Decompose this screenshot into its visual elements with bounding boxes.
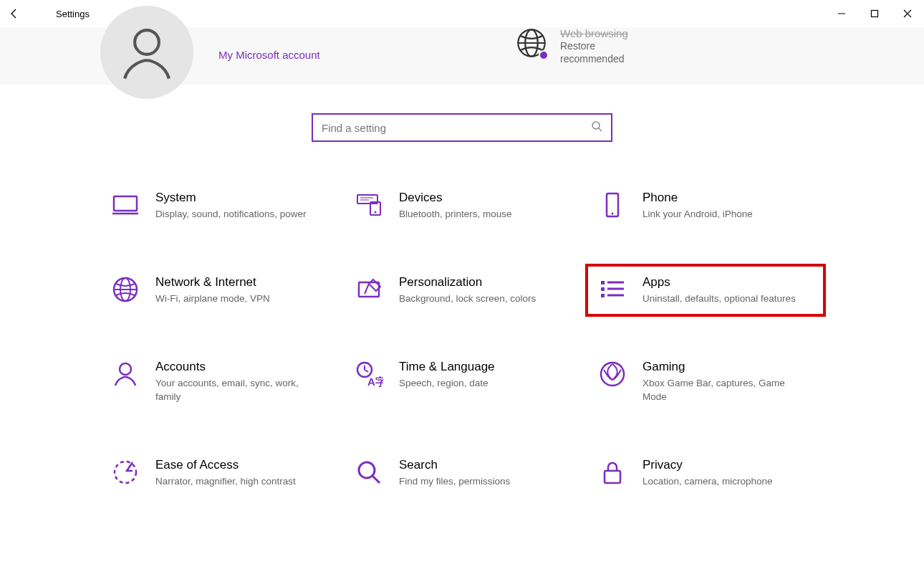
back-button[interactable] (0, 8, 29, 19)
svg-point-33 (601, 363, 624, 386)
web-browsing-sub1: Restore (560, 39, 628, 52)
svg-line-31 (365, 370, 368, 372)
tile-search[interactable]: Search Find my files, permissions (347, 452, 577, 494)
minimize-button[interactable] (825, 2, 858, 25)
svg-point-16 (612, 213, 614, 215)
ease-of-access-icon (111, 458, 140, 487)
tile-desc: Find my files, permissions (399, 475, 510, 488)
status-dot-icon (539, 50, 549, 60)
svg-point-6 (592, 122, 600, 129)
svg-line-21 (365, 284, 369, 294)
tile-title: Time & Language (399, 360, 495, 374)
svg-rect-1 (872, 11, 878, 17)
web-browsing-sub2: recommended (560, 52, 628, 65)
svg-line-7 (599, 128, 602, 131)
account-header: My Microsoft account Web browsing Restor… (0, 27, 924, 85)
svg-point-34 (115, 462, 136, 483)
tile-title: Gaming (643, 360, 807, 374)
tile-title: Search (399, 458, 510, 472)
tile-apps[interactable]: Apps Uninstall, defaults, optional featu… (591, 269, 820, 311)
svg-point-12 (375, 211, 377, 214)
tile-desc: Xbox Game Bar, captures, Game Mode (643, 377, 807, 403)
tile-desc: Bluetooth, printers, mouse (399, 208, 512, 221)
svg-text:A字: A字 (367, 376, 383, 388)
svg-point-28 (120, 363, 131, 375)
globe-icon (516, 27, 547, 59)
tile-privacy[interactable]: Privacy Location, camera, microphone (591, 452, 820, 494)
settings-grid: System Display, sound, notifications, po… (104, 185, 820, 494)
privacy-icon (598, 458, 627, 487)
svg-line-36 (372, 476, 380, 483)
tile-desc: Display, sound, notifications, power (155, 208, 307, 221)
phone-icon (598, 191, 627, 219)
svg-rect-26 (601, 294, 605, 297)
tile-network[interactable]: Network & Internet Wi-Fi, airplane mode,… (104, 269, 333, 311)
apps-icon (598, 275, 627, 304)
svg-point-2 (135, 30, 159, 54)
tile-phone[interactable]: Phone Link your Android, iPhone (591, 185, 820, 226)
web-browsing-card[interactable]: Web browsing Restore recommended (516, 27, 628, 65)
search-input[interactable] (322, 122, 591, 134)
tile-title: Privacy (643, 458, 773, 472)
tile-desc: Wi-Fi, airplane mode, VPN (155, 292, 270, 305)
system-icon (111, 191, 140, 219)
tile-personalization[interactable]: Personalization Background, lock screen,… (347, 269, 577, 311)
gaming-icon (598, 360, 627, 388)
close-button[interactable] (891, 2, 924, 25)
search-box[interactable] (312, 113, 612, 142)
svg-rect-8 (114, 196, 137, 211)
svg-rect-22 (601, 281, 605, 284)
tile-desc: Link your Android, iPhone (643, 208, 753, 221)
tile-title: Apps (643, 275, 796, 290)
tile-title: Devices (399, 191, 512, 205)
window-title: Settings (56, 9, 90, 19)
accounts-icon (111, 360, 140, 388)
tile-desc: Narrator, magnifier, high contrast (155, 475, 296, 488)
tile-devices[interactable]: Devices Bluetooth, printers, mouse (347, 185, 577, 226)
tile-title: Personalization (399, 275, 536, 290)
web-browsing-title: Web browsing (560, 27, 628, 39)
devices-icon (355, 191, 383, 219)
tile-ease-of-access[interactable]: Ease of Access Narrator, magnifier, high… (104, 452, 333, 494)
tile-desc: Background, lock screen, colors (399, 292, 536, 305)
tile-desc: Your accounts, email, sync, work, family (155, 377, 320, 403)
svg-rect-37 (605, 471, 620, 483)
search-icon (591, 120, 602, 135)
tile-time-language[interactable]: A字 Time & Language Speech, region, date (347, 354, 577, 408)
tile-gaming[interactable]: Gaming Xbox Game Bar, captures, Game Mod… (591, 354, 820, 408)
tile-desc: Uninstall, defaults, optional features (643, 292, 796, 305)
personalization-icon (355, 275, 383, 304)
tile-accounts[interactable]: Accounts Your accounts, email, sync, wor… (104, 354, 333, 408)
tile-desc: Location, camera, microphone (643, 475, 773, 488)
tile-title: Phone (643, 191, 753, 205)
tile-title: Accounts (155, 360, 320, 374)
my-microsoft-account-link[interactable]: My Microsoft account (218, 49, 320, 61)
network-icon (111, 275, 140, 304)
user-avatar (100, 6, 193, 99)
tile-title: Ease of Access (155, 458, 296, 472)
tile-title: Network & Internet (155, 275, 270, 290)
svg-point-35 (359, 462, 375, 478)
svg-rect-24 (601, 287, 605, 291)
time-language-icon: A字 (355, 360, 383, 388)
tile-system[interactable]: System Display, sound, notifications, po… (104, 185, 333, 226)
tile-title: System (155, 191, 307, 205)
tile-desc: Speech, region, date (399, 377, 495, 390)
search-tile-icon (355, 458, 383, 487)
maximize-button[interactable] (858, 2, 891, 25)
